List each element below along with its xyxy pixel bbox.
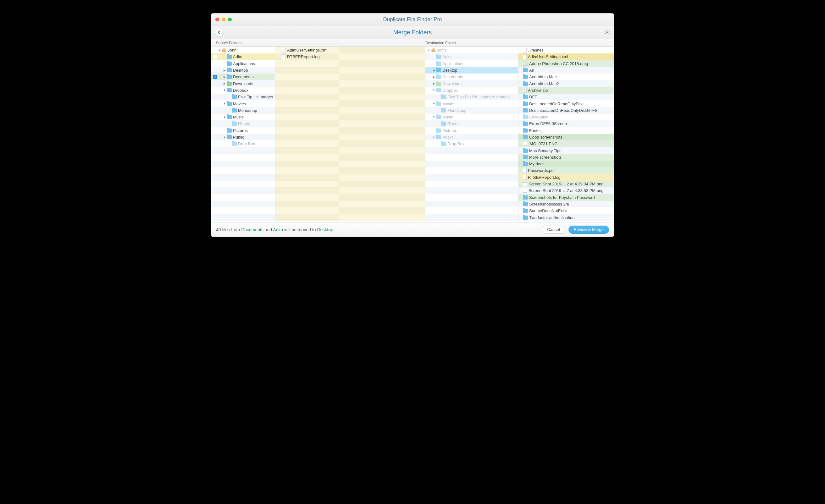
item-label: Applications xyxy=(233,61,255,66)
tree-row[interactable]: Applications xyxy=(425,60,518,67)
file-row[interactable]: More screenshots xyxy=(518,154,614,161)
folder-icon xyxy=(523,115,528,119)
disclosure-triangle-icon[interactable]: ▼ xyxy=(432,136,436,139)
minimize-window-button[interactable] xyxy=(222,18,225,21)
file-row[interactable]: Android to Mac2 xyxy=(518,80,614,87)
file-row[interactable]: DestLocatedOnReadOnlyDisk xyxy=(518,100,614,107)
disclosure-triangle-icon[interactable]: ▼ xyxy=(223,89,226,92)
checkbox[interactable] xyxy=(213,55,217,59)
file-row[interactable]: AdlmUserSettings.xml xyxy=(275,47,339,54)
tree-row[interactable]: ▶Documents xyxy=(211,74,275,80)
gear-icon xyxy=(604,28,610,35)
tree-row[interactable]: Monosnap xyxy=(425,107,518,114)
cancel-button[interactable]: Cancel xyxy=(542,226,565,234)
source-file-list[interactable]: AdlmUserSettings.xmlRTBERReport.log xyxy=(275,47,339,222)
disclosure-triangle-icon[interactable]: ▼ xyxy=(432,89,436,92)
tree-row[interactable]: ▶Documents xyxy=(425,74,518,80)
tree-row[interactable]: Applications xyxy=(211,60,275,67)
file-row[interactable]: Encryption xyxy=(518,114,614,120)
file-row[interactable]: AdlmUserSettings.xml xyxy=(518,54,614,60)
tree-row[interactable]: ▼John xyxy=(425,47,518,54)
disclosure-triangle-icon[interactable]: ▶ xyxy=(432,69,436,72)
disclosure-triangle-icon[interactable]: ▼ xyxy=(218,49,221,52)
tree-row[interactable]: ▼Dropbox xyxy=(425,87,518,94)
tree-row[interactable]: ▶Desktop xyxy=(425,67,518,74)
file-row[interactable]: .Trashes xyxy=(518,47,614,54)
checkbox[interactable] xyxy=(213,75,217,79)
empty-row xyxy=(211,161,275,167)
disclosure-triangle-icon[interactable]: ▶ xyxy=(223,69,226,72)
file-row[interactable]: Archive.zip xyxy=(518,87,614,94)
disclosure-triangle-icon[interactable]: ▶ xyxy=(223,75,226,79)
file-row[interactable]: Screen Shot 2019-…2 at 4.29.34 PM.png xyxy=(518,181,614,187)
file-row[interactable]: DestinLocatedOnReadOnlyDiskNTFS xyxy=(518,107,614,114)
destination-file-list[interactable]: .TrashesAdlmUserSettings.xmlAdobe Photos… xyxy=(518,47,614,222)
file-row[interactable]: RTBERReport.log xyxy=(275,54,339,60)
empty-row xyxy=(275,60,339,67)
disclosure-triangle-icon[interactable]: ▼ xyxy=(223,102,226,105)
status-count: 49 xyxy=(216,227,221,232)
file-icon xyxy=(282,48,286,53)
disclosure-triangle-icon[interactable]: ▶ xyxy=(432,75,436,79)
tree-row[interactable]: iTunes xyxy=(425,120,518,127)
tree-row[interactable]: ▼Dropbox xyxy=(211,87,275,94)
disclosure-triangle-icon[interactable]: ▼ xyxy=(432,102,436,105)
tree-row[interactable]: Pictures xyxy=(211,127,275,134)
source-folder-tree[interactable]: ▼JohnAdlmApplications▶Desktop▶Documents▶… xyxy=(211,47,275,222)
tree-row[interactable]: iTunes xyxy=(211,120,275,127)
file-row[interactable]: Screenshotssssss 2fa xyxy=(518,201,614,207)
file-row[interactable]: Two factor authentication xyxy=(518,214,614,221)
file-row[interactable]: Funter_ xyxy=(518,127,614,134)
disclosure-triangle-icon[interactable]: ▶ xyxy=(432,82,436,85)
file-row[interactable]: DFF xyxy=(518,94,614,100)
tree-row[interactable]: ▼Music xyxy=(425,114,518,120)
tree-row[interactable]: ▼Movies xyxy=(425,100,518,107)
file-row[interactable]: IMG_0731.PNG xyxy=(518,141,614,147)
tree-row[interactable]: Five Tip…s Images xyxy=(211,94,275,100)
file-row[interactable]: Adobe Photoshop CC 2018.dmg xyxy=(518,60,614,67)
tree-row[interactable]: Drop Box xyxy=(425,141,518,147)
file-row[interactable]: Screenshots for Keychain Password xyxy=(518,194,614,201)
tree-row[interactable]: Drop Box xyxy=(211,141,275,147)
close-window-button[interactable] xyxy=(215,18,219,21)
tree-row[interactable]: ▼John xyxy=(211,47,275,54)
file-row[interactable]: All xyxy=(518,67,614,74)
disclosure-triangle-icon[interactable]: ▼ xyxy=(432,116,436,119)
tree-row[interactable]: Pictures xyxy=(425,127,518,134)
tree-row[interactable]: Adlm xyxy=(425,54,518,60)
settings-button[interactable] xyxy=(604,28,610,36)
file-row[interactable]: Passwords.pdf xyxy=(518,167,614,174)
file-row[interactable]: Screen Shot 2019-…7 at 4.33.53 PM.png xyxy=(518,187,614,194)
disclosure-triangle-icon[interactable]: ▶ xyxy=(223,82,226,85)
folder-icon xyxy=(436,55,441,59)
empty-row xyxy=(275,194,339,201)
disclosure-triangle-icon[interactable]: ▼ xyxy=(427,49,431,52)
tree-row[interactable]: ▶Downloads xyxy=(425,80,518,87)
tree-row[interactable]: ▼Public xyxy=(211,134,275,141)
item-label: ErrorsDFF6.0Screen xyxy=(529,121,567,126)
file-row[interactable]: RTBERReport.log xyxy=(518,174,614,181)
destination-folder-tree[interactable]: ▼JohnAdlmApplications▶Desktop▶Documents▶… xyxy=(425,47,518,222)
folder-icon xyxy=(232,108,237,112)
tree-row[interactable]: Monosnap xyxy=(211,107,275,114)
folder-icon xyxy=(523,75,528,79)
review-merge-button[interactable]: Review & Merge xyxy=(569,226,609,234)
tree-row[interactable]: ▼Music xyxy=(211,114,275,120)
file-row[interactable]: Android to Mac xyxy=(518,74,614,80)
tree-row[interactable]: Adlm xyxy=(211,54,275,60)
tree-row[interactable]: ▶Desktop xyxy=(211,67,275,74)
tree-row[interactable]: ▼Public xyxy=(425,134,518,141)
file-row[interactable]: My docs xyxy=(518,161,614,167)
back-button[interactable] xyxy=(215,28,224,37)
file-row[interactable]: SourceDoesNotExist xyxy=(518,207,614,214)
file-row[interactable]: Good screenshots xyxy=(518,134,614,141)
disclosure-triangle-icon[interactable]: ▼ xyxy=(223,116,226,119)
tree-row[interactable]: Five Tips For Ph…raphers Images xyxy=(425,94,518,100)
file-row[interactable]: Mac Security Tips xyxy=(518,147,614,154)
tree-row[interactable]: ▶Downloads xyxy=(211,80,275,87)
file-row[interactable]: ErrorsDFF6.0Screen xyxy=(518,120,614,127)
disclosure-triangle-icon[interactable]: ▼ xyxy=(223,136,226,139)
zoom-window-button[interactable] xyxy=(228,18,232,21)
tree-row[interactable]: ▼Movies xyxy=(211,100,275,107)
item-label: Music xyxy=(233,115,244,119)
